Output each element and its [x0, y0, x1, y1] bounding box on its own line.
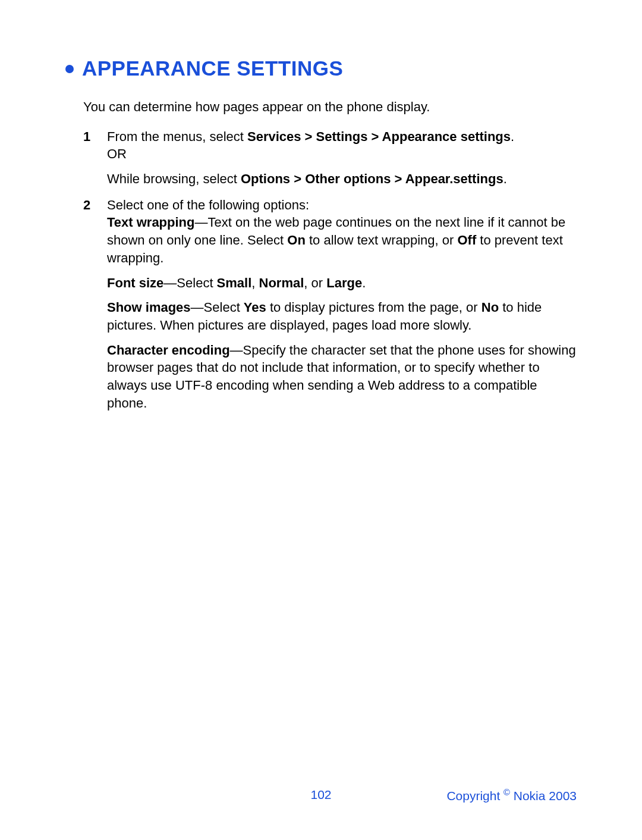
value-small: Small: [217, 275, 252, 290]
text: Nokia 2003: [510, 789, 577, 803]
option-label: Text wrapping: [107, 215, 195, 230]
or-text: OR: [107, 146, 127, 161]
option-label: Font size: [107, 275, 163, 290]
text: From the menus, select: [107, 129, 247, 144]
option-font-size: Font size—Select Small, Normal, or Large…: [107, 274, 577, 292]
step-2-opener: Select one of the following options:: [107, 196, 577, 214]
page-number: 102: [310, 788, 331, 802]
option-show-images: Show images—Select Yes to display pictur…: [107, 299, 577, 334]
text: While browsing, select: [107, 171, 241, 186]
value-normal: Normal: [259, 275, 304, 290]
text: to allow text wrapping, or: [306, 233, 458, 247]
steps-list: 1 From the menus, select Services > Sett…: [83, 128, 577, 412]
text: .: [362, 275, 366, 290]
option-text-wrapping: Text wrapping—Text on the web page conti…: [107, 214, 577, 267]
footer-inner: 102 Copyright © Nokia 2003: [65, 788, 577, 803]
text: Copyright: [446, 789, 503, 803]
value-off: Off: [457, 233, 476, 247]
intro-text: You can determine how pages appear on th…: [83, 98, 577, 116]
option-character-encoding: Character encoding—Specify the character…: [107, 341, 577, 412]
menu-path: Services > Settings > Appearance setting…: [247, 129, 511, 144]
copyright-symbol: ©: [503, 788, 510, 797]
copyright: Copyright © Nokia 2003: [446, 788, 577, 803]
step-body: From the menus, select Services > Settin…: [107, 128, 577, 188]
step-1-line-1: From the menus, select Services > Settin…: [107, 128, 577, 163]
text: .: [511, 129, 514, 144]
bullet-icon: [65, 65, 74, 73]
page-footer: 102 Copyright © Nokia 2003: [0, 788, 642, 803]
text: .: [503, 171, 507, 186]
value-yes: Yes: [244, 300, 266, 315]
text: ,: [251, 275, 259, 290]
text: , or: [304, 275, 326, 290]
text: —Select: [191, 300, 244, 315]
menu-path: Options > Other options > Appear.setting…: [241, 171, 503, 186]
value-no: No: [482, 300, 499, 315]
option-label: Character encoding: [107, 343, 230, 358]
step-2: 2 Select one of the following options: T…: [83, 196, 577, 412]
text: —Select: [163, 275, 216, 290]
step-1-line-2: While browsing, select Options > Other o…: [107, 170, 577, 188]
page-title: APPEARANCE SETTINGS: [82, 57, 343, 80]
text: to display pictures from the page, or: [266, 300, 482, 315]
step-1: 1 From the menus, select Services > Sett…: [83, 128, 577, 188]
value-on: On: [287, 233, 306, 247]
heading-row: APPEARANCE SETTINGS: [65, 57, 577, 80]
value-large: Large: [326, 275, 362, 290]
document-page: APPEARANCE SETTINGS You can determine ho…: [0, 0, 642, 412]
step-number: 1: [83, 128, 93, 188]
step-body: Select one of the following options: Tex…: [107, 196, 577, 412]
step-number: 2: [83, 196, 93, 412]
option-label: Show images: [107, 300, 191, 315]
